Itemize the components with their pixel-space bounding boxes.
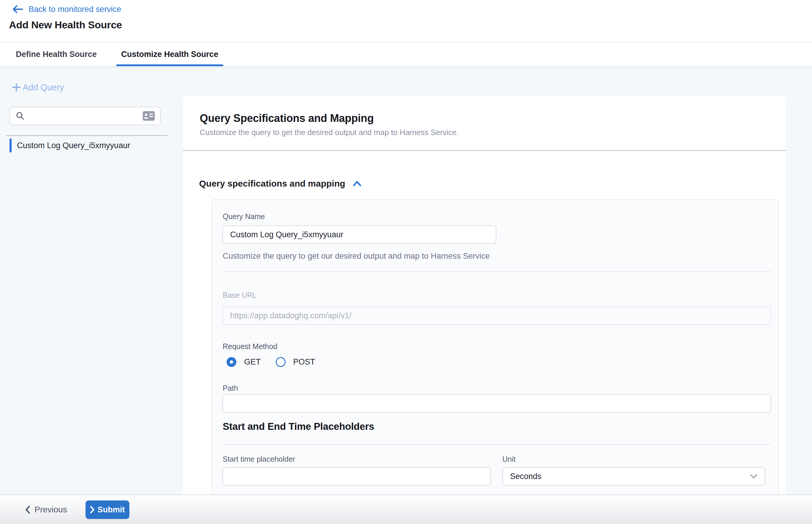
panel-divider: [183, 150, 786, 151]
submit-button[interactable]: Submit: [85, 501, 129, 519]
query-item-label: Custom Log Query_i5xmyyuaur: [17, 141, 130, 150]
base-url-label: Base URL: [223, 291, 257, 299]
previous-button[interactable]: Previous: [25, 495, 67, 524]
radio-post[interactable]: [276, 357, 286, 367]
chevron-down-icon: [749, 473, 758, 479]
page: Back to monitored service Add New Health…: [0, 0, 812, 524]
base-url-input[interactable]: [222, 307, 771, 325]
plus-icon: [11, 82, 21, 93]
add-query-label: Add Query: [23, 83, 64, 93]
arrow-left-icon: [12, 4, 23, 14]
query-list-item[interactable]: Custom Log Query_i5xmyyuaur: [10, 138, 170, 152]
time-placeholders-heading: Start and End Time Placeholders: [223, 421, 374, 432]
section-toggle-label: Query specifications and mapping: [199, 179, 345, 189]
unit-select-value: Seconds: [510, 472, 541, 481]
chevron-left-icon: [25, 505, 30, 514]
query-panel: Query Specifications and Mapping Customi…: [183, 96, 786, 524]
sidebar-divider: [6, 135, 167, 136]
unit-label: Unit: [502, 455, 515, 463]
panel-title: Query Specifications and Mapping: [200, 112, 374, 125]
section-toggle[interactable]: Query specifications and mapping: [199, 179, 362, 189]
form-divider-2: [222, 444, 771, 445]
tab-bar: Define Health Source Customize Health So…: [0, 42, 812, 66]
unit-select[interactable]: Seconds: [502, 467, 765, 486]
query-search: [10, 107, 161, 125]
request-method-label: Request Method: [223, 342, 277, 351]
add-query-button[interactable]: Add Query: [11, 82, 64, 93]
page-header: Back to monitored service Add New Health…: [0, 0, 812, 42]
footer-bar: Previous Submit: [0, 494, 812, 524]
start-time-label: Start time placeholder: [223, 455, 295, 463]
radio-get[interactable]: [227, 357, 237, 367]
query-name-helper: Customize the query to get our desired o…: [223, 251, 490, 261]
start-time-input[interactable]: [222, 467, 491, 486]
page-title: Add New Health Source: [9, 18, 122, 31]
chevron-up-icon: [352, 180, 362, 187]
back-link[interactable]: Back to monitored service: [12, 4, 121, 15]
submit-button-label: Submit: [97, 505, 125, 514]
panel-subtitle: Customize the query to get the desired o…: [200, 127, 459, 137]
search-icon: [16, 111, 25, 121]
card-view-icon[interactable]: [143, 111, 155, 121]
query-form-card: Query Name Customize the query to get ou…: [212, 199, 779, 524]
path-label: Path: [223, 384, 238, 393]
tab-customize-health-source[interactable]: Customize Health Source: [116, 42, 224, 66]
form-divider: [222, 271, 771, 272]
path-input[interactable]: [222, 394, 771, 412]
request-method-group: GET POST: [227, 357, 322, 367]
query-name-label: Query Name: [223, 212, 265, 221]
tab-define-health-source[interactable]: Define Health Source: [11, 42, 102, 66]
query-sidebar: Add Query Custom Log Qu: [0, 66, 183, 524]
radio-get-label: GET: [244, 357, 261, 366]
selected-indicator: [10, 138, 12, 152]
chevron-right-icon: [90, 506, 95, 513]
query-name-input[interactable]: [222, 225, 496, 244]
back-link-label: Back to monitored service: [29, 4, 121, 15]
content-area: Add Query Custom Log Qu: [0, 66, 812, 524]
radio-post-label: POST: [293, 357, 315, 366]
previous-button-label: Previous: [35, 505, 67, 514]
search-input[interactable]: [29, 111, 139, 121]
